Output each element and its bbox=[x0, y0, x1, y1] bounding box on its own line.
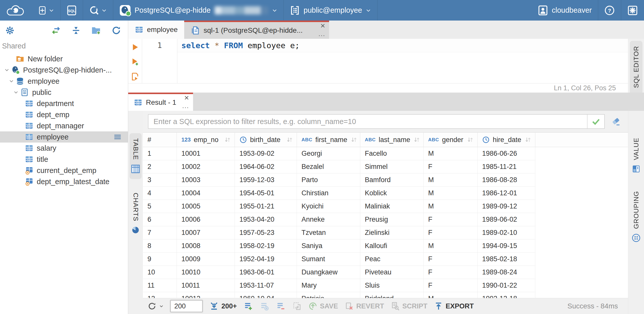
tab-sql-editor-panel[interactable]: SQL EDITOR bbox=[630, 41, 642, 101]
data-cell[interactable]: 1960-10-04 bbox=[235, 292, 297, 298]
column-header-hire_date[interactable]: hire_date bbox=[478, 133, 535, 147]
data-cell[interactable]: M bbox=[424, 239, 478, 253]
connection-selector[interactable]: PostgreSQL@ep-hidde bbox=[113, 0, 283, 21]
tree-item-department[interactable]: department bbox=[0, 98, 128, 109]
tree-item-new-folder[interactable]: New folder bbox=[0, 53, 128, 64]
data-cell[interactable]: Koblick bbox=[360, 187, 424, 200]
data-cell[interactable]: 10001 bbox=[177, 147, 235, 160]
data-cell[interactable]: F bbox=[424, 279, 478, 292]
item-menu-icon[interactable] bbox=[113, 132, 122, 142]
data-cell[interactable]: Kyoichi bbox=[297, 200, 360, 213]
tab-value-panel[interactable]: VALUE bbox=[631, 133, 641, 179]
column-header-gender[interactable]: ABCgender bbox=[424, 133, 478, 147]
sync-connection-button[interactable] bbox=[51, 25, 61, 36]
column-header-birth_date[interactable]: birth_date bbox=[235, 133, 297, 147]
data-cell[interactable]: Preusig bbox=[360, 213, 424, 226]
data-cell[interactable]: 1954-05-01 bbox=[235, 187, 297, 200]
revert-button[interactable]: REVERT bbox=[345, 302, 384, 311]
sql-code-line[interactable]: select * FROM employee e; bbox=[177, 39, 628, 52]
data-cell[interactable]: Duangkaew bbox=[297, 266, 360, 279]
export-button[interactable]: EXPORT bbox=[434, 302, 474, 311]
data-cell[interactable]: 1986-12-01 bbox=[478, 187, 535, 200]
tree-item-current-dept-emp[interactable]: current_dept_emp bbox=[0, 165, 128, 176]
data-cell[interactable]: 1985-02-18 bbox=[478, 253, 535, 266]
duplicate-row-button[interactable] bbox=[260, 301, 269, 311]
sort-arrows-icon[interactable] bbox=[224, 136, 231, 144]
column-header-num[interactable]: # bbox=[143, 133, 177, 147]
data-cell[interactable]: 10005 bbox=[177, 200, 235, 213]
close-tab-icon[interactable]: × bbox=[184, 94, 189, 102]
cloudbeaver-logo[interactable] bbox=[0, 0, 32, 21]
help-button[interactable]: ? bbox=[598, 0, 621, 21]
execute-query-button[interactable] bbox=[131, 43, 139, 51]
sort-arrows-icon[interactable] bbox=[524, 136, 532, 144]
data-cell[interactable]: M bbox=[424, 200, 478, 213]
row-number-cell[interactable]: 3 bbox=[143, 173, 177, 187]
data-cell[interactable]: Maliniak bbox=[360, 200, 424, 213]
tab-table-view[interactable]: TABLE bbox=[129, 133, 142, 179]
data-cell[interactable]: F bbox=[424, 160, 478, 173]
copy-button[interactable] bbox=[292, 301, 302, 311]
data-cell[interactable]: 10010 bbox=[177, 266, 235, 279]
data-cell[interactable]: F bbox=[424, 213, 478, 226]
data-cell[interactable]: 10004 bbox=[177, 187, 235, 200]
data-cell[interactable]: 1957-05-23 bbox=[235, 226, 297, 239]
data-cell[interactable]: 10008 bbox=[177, 239, 235, 253]
data-cell[interactable]: Sumant bbox=[297, 253, 360, 266]
data-cell[interactable]: Patricio bbox=[297, 292, 360, 298]
new-connection-button[interactable] bbox=[32, 0, 60, 21]
close-tab-icon[interactable]: × bbox=[320, 22, 325, 30]
row-number-cell[interactable]: 4 bbox=[143, 187, 177, 200]
refresh-tree-button[interactable] bbox=[111, 25, 121, 36]
data-cell[interactable]: M bbox=[424, 292, 478, 298]
data-cell[interactable]: 1989-02-10 bbox=[478, 226, 535, 239]
data-cell[interactable]: 1994-09-15 bbox=[478, 239, 535, 253]
apply-filter-button[interactable] bbox=[587, 115, 604, 128]
expand-chevron-icon[interactable] bbox=[12, 89, 20, 95]
data-cell[interactable]: 1989-08-24 bbox=[478, 266, 535, 279]
tree-item-public[interactable]: public bbox=[0, 87, 128, 98]
row-number-cell[interactable]: 7 bbox=[143, 226, 177, 239]
data-cell[interactable]: 1992-12-18 bbox=[478, 292, 535, 298]
add-row-button[interactable] bbox=[243, 301, 253, 311]
data-cell[interactable]: 1986-06-26 bbox=[478, 147, 535, 160]
data-cell[interactable]: F bbox=[424, 266, 478, 279]
data-cell[interactable]: Chirstian bbox=[297, 187, 360, 200]
data-cell[interactable]: Piveteau bbox=[360, 266, 424, 279]
tree-item-dept-emp-latest-date[interactable]: dept_emp_latest_date bbox=[0, 176, 128, 187]
data-cell[interactable]: 1958-02-19 bbox=[235, 239, 297, 253]
data-cell[interactable]: F bbox=[424, 226, 478, 239]
data-cell[interactable]: Bridgland bbox=[360, 292, 424, 298]
row-number-cell[interactable]: 6 bbox=[143, 213, 177, 226]
data-cell[interactable]: 1964-06-02 bbox=[235, 160, 297, 173]
tab-more-icon[interactable]: ··· bbox=[182, 104, 189, 110]
delete-row-button[interactable] bbox=[276, 301, 286, 311]
data-cell[interactable]: M bbox=[424, 173, 478, 187]
column-header-first_name[interactable]: ABCfirst_name bbox=[297, 133, 360, 147]
row-number-cell[interactable]: 11 bbox=[143, 279, 177, 292]
data-cell[interactable]: F bbox=[424, 253, 478, 266]
expand-chevron-icon[interactable] bbox=[3, 67, 11, 73]
data-cell[interactable]: Bamford bbox=[360, 173, 424, 187]
data-cell[interactable]: M bbox=[424, 187, 478, 200]
script-button[interactable]: SCRIPT bbox=[391, 302, 427, 311]
data-cell[interactable]: Saniya bbox=[297, 239, 360, 253]
sql-code-area[interactable]: select * FROM employee e; bbox=[177, 39, 628, 83]
tree-item-dept-emp[interactable]: dept_emp bbox=[0, 109, 128, 120]
column-header-last_name[interactable]: ABClast_name bbox=[360, 133, 424, 147]
sort-arrows-icon[interactable] bbox=[350, 136, 357, 144]
tree-item-postgresql-ep-hidden-[interactable]: PostgreSQL@ep-hidden-... bbox=[0, 64, 128, 76]
data-cell[interactable]: Bezalel bbox=[297, 160, 360, 173]
data-cell[interactable]: Tzvetan bbox=[297, 226, 360, 239]
execute-script-button[interactable] bbox=[131, 72, 139, 81]
tree-item-employee[interactable]: employee bbox=[0, 131, 128, 143]
row-number-cell[interactable]: 10 bbox=[143, 266, 177, 279]
data-cell[interactable]: 10006 bbox=[177, 213, 235, 226]
tree-item-title[interactable]: title bbox=[0, 154, 128, 165]
tree-item-dept-manager[interactable]: dept_manager bbox=[0, 120, 128, 131]
row-number-cell[interactable]: 5 bbox=[143, 200, 177, 213]
save-button[interactable]: SAVE bbox=[308, 302, 338, 311]
data-cell[interactable]: Kalloufi bbox=[360, 239, 424, 253]
data-cell[interactable]: 1989-09-12 bbox=[478, 200, 535, 213]
sort-arrows-icon[interactable] bbox=[467, 136, 474, 144]
